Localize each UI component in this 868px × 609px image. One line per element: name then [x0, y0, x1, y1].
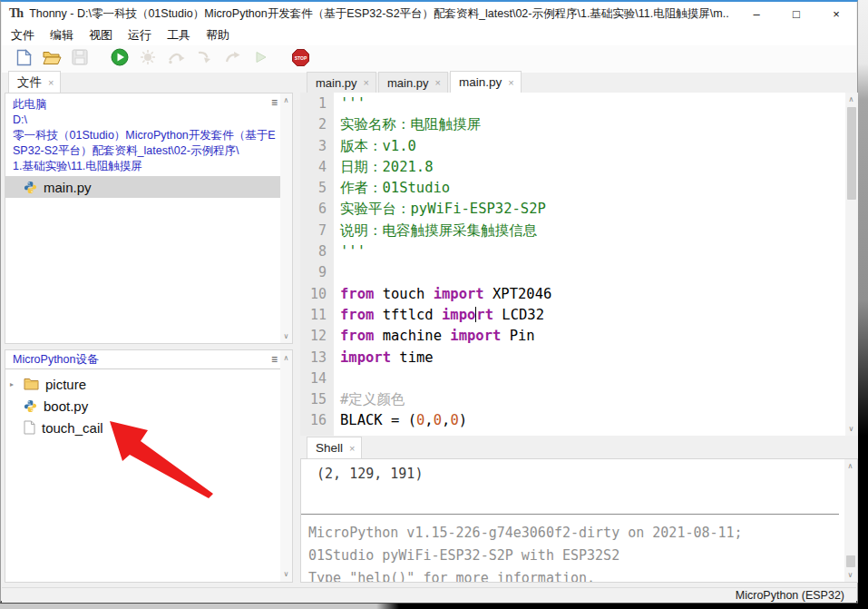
path-segment[interactable]: 1.基础实验\11.电阻触摸屏: [13, 159, 268, 174]
token: 作者：01Studio: [340, 180, 450, 196]
scroll-up-icon[interactable]: ∧: [845, 95, 857, 103]
tab-files-close-icon[interactable]: ×: [48, 78, 54, 87]
line-number: 6: [300, 199, 327, 220]
maximize-button[interactable]: □: [776, 7, 816, 21]
token: import: [434, 286, 484, 302]
close-button[interactable]: ×: [816, 7, 856, 21]
scroll-up-icon[interactable]: ∧: [280, 354, 292, 362]
editor-code[interactable]: '''实验名称：电阻触摸屏版本：v1.0日期：2021.8作者：01Studio…: [334, 93, 845, 436]
code-line-16: BLACK = (0,0,0): [340, 410, 845, 431]
tab-shell-close-icon[interactable]: ×: [349, 444, 355, 453]
code-line-14: [340, 368, 845, 389]
token: machine: [374, 328, 450, 344]
menu-帮助[interactable]: 帮助: [206, 27, 229, 44]
annotation-arrow: [90, 412, 226, 507]
menu-编辑[interactable]: 编辑: [50, 27, 73, 44]
token: ''': [340, 95, 366, 112]
shell-blank-line: [308, 485, 841, 506]
path-segment[interactable]: D:\: [13, 113, 268, 128]
scroll-down-icon[interactable]: ∨: [280, 570, 292, 578]
run-icon: [111, 48, 129, 70]
token: from: [340, 307, 374, 323]
path-segment[interactable]: 此电脑: [13, 97, 268, 113]
device-menu-icon[interactable]: ≡: [271, 354, 278, 365]
token: 版本：v1.0: [340, 138, 416, 154]
menu-文件[interactable]: 文件: [11, 27, 34, 44]
scroll-up-icon[interactable]: ∧: [844, 462, 856, 470]
run-script-button[interactable]: [110, 49, 130, 69]
path-segment[interactable]: 零一科技（01Studio）MicroPython开发套件（基于E: [13, 128, 268, 143]
files-scrollbar[interactable]: ∧ ∨: [280, 93, 292, 343]
editor-tab-3[interactable]: main.py×: [450, 71, 522, 93]
line-number: 12: [300, 326, 327, 347]
path-segment[interactable]: SP32-S2平台）配套资料_latest\02-示例程序\: [13, 143, 268, 159]
token: ,: [424, 412, 433, 428]
code-line-2: 实验名称：电阻触摸屏: [340, 114, 845, 135]
file-label: picture: [45, 377, 86, 392]
tab-close-icon[interactable]: ×: [435, 78, 441, 87]
editor-tab-1[interactable]: main.py×: [307, 72, 376, 93]
token: Pin: [501, 328, 534, 344]
token: LCD32: [493, 307, 544, 323]
save-file-button: [70, 49, 90, 69]
new-file-button[interactable]: [14, 49, 34, 69]
scroll-down-icon[interactable]: ∨: [280, 332, 292, 340]
scrollbar-thumb[interactable]: [846, 555, 855, 567]
thonny-window: Th Thonny - D:\零一科技（01Studio）MicroPython…: [0, 0, 858, 604]
scroll-down-icon[interactable]: ∨: [845, 425, 857, 433]
minimize-button[interactable]: –: [736, 7, 776, 21]
line-number: 14: [300, 368, 327, 389]
token: 0: [434, 412, 442, 428]
file-label: main.py: [44, 180, 92, 195]
shell-scrollbar[interactable]: ∧ ∨: [844, 459, 857, 582]
code-line-7: 说明：电容触摸屏采集触摸信息: [340, 221, 845, 241]
file-label: boot.py: [44, 398, 88, 414]
code-line-12: from machine import Pin: [340, 326, 845, 347]
file-icon: [24, 420, 35, 435]
menu-视图[interactable]: 视图: [89, 27, 112, 44]
desktop-background: [0, 604, 858, 609]
shell-content[interactable]: (2, 129, 191)MicroPython v1.15-226-g74e3…: [301, 459, 844, 582]
token: 说明：电容触摸屏采集触摸信息: [340, 222, 537, 239]
shell-welcome-line: Type "help()" for more information.: [308, 567, 841, 582]
debug-icon: [140, 49, 156, 69]
stop-icon: STOP: [291, 48, 310, 71]
stop-restart-button[interactable]: STOP: [290, 49, 310, 69]
expander-icon[interactable]: ▸: [10, 380, 14, 388]
files-menu-icon[interactable]: ≡: [271, 97, 278, 108]
code-line-10: from touch import XPT2046: [340, 284, 845, 305]
code-line-3: 版本：v1.0: [340, 136, 845, 157]
editor-tab-2[interactable]: main.py×: [378, 72, 448, 93]
scroll-up-icon[interactable]: ∧: [280, 96, 292, 104]
token: BLACK = (: [340, 412, 416, 428]
scroll-down-icon[interactable]: ∨: [844, 571, 856, 579]
tab-files[interactable]: 文件 ×: [8, 71, 61, 93]
menu-运行[interactable]: 运行: [128, 27, 151, 44]
shell-output-line: (2, 129, 191): [308, 464, 841, 485]
tab-close-icon[interactable]: ×: [364, 78, 369, 87]
open-file-button[interactable]: [42, 49, 62, 69]
code-line-11: from tftlcd import LCD32: [340, 305, 845, 326]
file-row-main.py[interactable]: main.py: [5, 176, 280, 198]
editor-panel[interactable]: 12345678910111213141516 '''实验名称：电阻触摸屏版本：…: [300, 93, 858, 436]
shell-panel[interactable]: (2, 129, 191)MicroPython v1.15-226-g74e3…: [300, 458, 858, 583]
interpreter-status[interactable]: MicroPython (ESP32): [736, 589, 844, 602]
tab-close-icon[interactable]: ×: [508, 78, 513, 87]
statusbar: MicroPython (ESP32): [2, 587, 856, 603]
menu-工具[interactable]: 工具: [167, 27, 190, 44]
tab-shell[interactable]: Shell ×: [307, 437, 362, 458]
token: import: [450, 328, 501, 344]
file-row-picture[interactable]: ▸picture: [5, 373, 292, 395]
tab-label: main.py: [316, 76, 357, 90]
new-file-icon: [16, 49, 32, 70]
line-number: 11: [300, 305, 327, 326]
step-out-button: [222, 49, 242, 69]
line-number: 9: [300, 262, 327, 283]
line-number: 4: [300, 157, 327, 178]
scrollbar-thumb[interactable]: [847, 107, 856, 200]
device-scrollbar[interactable]: ∧ ∨: [280, 350, 292, 582]
code-line-13: import time: [340, 348, 845, 368]
editor-scrollbar[interactable]: ∧ ∨: [845, 93, 858, 436]
code-line-8: ''': [340, 241, 845, 262]
token: ''': [340, 243, 366, 260]
